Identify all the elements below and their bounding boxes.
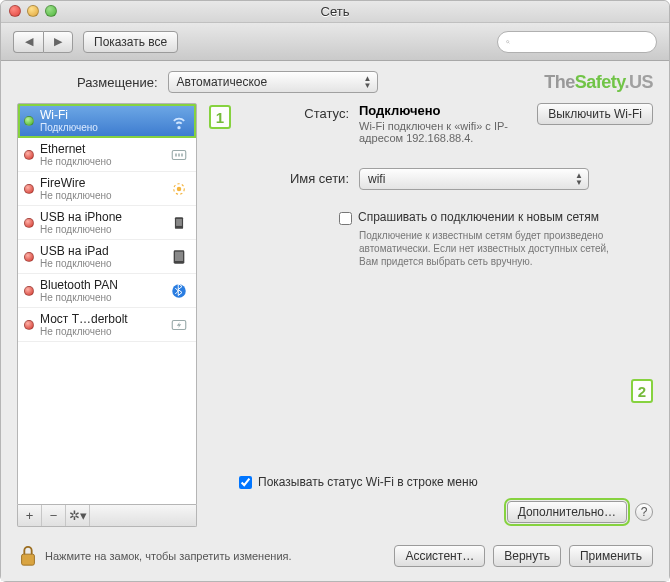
sidebar-item-thunderbolt[interactable]: Мост T…derbolt Не подключено — [18, 308, 196, 342]
assistant-button[interactable]: Ассистент… — [394, 545, 485, 567]
location-row: Размещение: Автоматическое ▲▼ TheSafety.… — [77, 71, 653, 93]
advanced-button[interactable]: Дополнительно… — [507, 501, 627, 523]
main-row: Wi-Fi Подключено Ethernet Не подключено — [17, 103, 653, 527]
chevron-updown-icon: ▲▼ — [575, 172, 583, 186]
callout-2: 2 — [631, 379, 653, 403]
minimize-icon[interactable] — [27, 5, 39, 17]
network-prefs-window: Сеть ◀ ▶ Показать все Размещение: Автома… — [0, 0, 670, 582]
bluetooth-icon — [168, 280, 190, 302]
interface-list: Wi-Fi Подключено Ethernet Не подключено — [17, 103, 197, 505]
titlebar: Сеть — [1, 1, 669, 23]
sidebar-item-name: Мост T…derbolt — [40, 312, 162, 326]
content-area: Размещение: Автоматическое ▲▼ TheSafety.… — [1, 61, 669, 581]
network-name-select[interactable]: wifi ▲▼ — [359, 168, 589, 190]
status-dot-icon — [24, 218, 34, 228]
location-select[interactable]: Автоматическое ▲▼ — [168, 71, 378, 93]
show-status-checkbox[interactable] — [239, 476, 252, 489]
traffic-lights — [9, 5, 57, 17]
sidebar-item-status: Подключено — [40, 122, 162, 133]
help-button[interactable]: ? — [635, 503, 653, 521]
lock-area[interactable]: Нажмите на замок, чтобы запретить измене… — [17, 543, 292, 569]
sidebar-item-name: Bluetooth PAN — [40, 278, 162, 292]
svg-point-9 — [172, 284, 186, 298]
sidebar-item-name: Ethernet — [40, 142, 162, 156]
sidebar-item-status: Не подключено — [40, 292, 162, 303]
ipad-icon — [168, 246, 190, 268]
svg-rect-11 — [22, 554, 35, 565]
sidebar-item-firewire[interactable]: FireWire Не подключено — [18, 172, 196, 206]
show-status-label: Показывать статус Wi-Fi в строке меню — [258, 475, 478, 489]
window-title: Сеть — [321, 4, 350, 19]
sidebar-item-ipad[interactable]: USB на iPad Не подключено — [18, 240, 196, 274]
svg-line-1 — [509, 42, 510, 43]
status-dot-icon — [24, 116, 34, 126]
footer: Нажмите на замок, чтобы запретить измене… — [17, 533, 653, 569]
svg-point-0 — [507, 40, 509, 42]
lock-text: Нажмите на замок, чтобы запретить измене… — [45, 550, 292, 562]
wifi-icon — [168, 110, 190, 132]
ask-join-checkbox[interactable] — [339, 212, 352, 225]
thunderbolt-icon — [168, 314, 190, 336]
revert-button[interactable]: Вернуть — [493, 545, 561, 567]
add-interface-button[interactable]: + — [18, 505, 42, 526]
status-dot-icon — [24, 320, 34, 330]
search-icon — [506, 36, 510, 48]
remove-interface-button[interactable]: − — [42, 505, 66, 526]
sidebar-item-wifi[interactable]: Wi-Fi Подключено — [18, 104, 196, 138]
brand-logo: TheSafety.US — [544, 72, 653, 93]
ask-join-subtext: Подключение к известным сетям будет прои… — [359, 229, 609, 268]
toolbar: ◀ ▶ Показать все — [1, 23, 669, 61]
sidebar-item-status: Не подключено — [40, 258, 162, 269]
details-panel: 1 Статус: Подключено Wi-Fi подключен к «… — [209, 103, 653, 527]
network-name-value: wifi — [368, 172, 385, 186]
sidebar: Wi-Fi Подключено Ethernet Не подключено — [17, 103, 197, 527]
sidebar-item-name: Wi-Fi — [40, 108, 162, 122]
lock-icon — [17, 543, 39, 569]
status-dot-icon — [24, 184, 34, 194]
svg-rect-6 — [176, 218, 182, 225]
sidebar-item-status: Не подключено — [40, 326, 162, 337]
location-value: Автоматическое — [177, 75, 268, 89]
status-dot-icon — [24, 150, 34, 160]
svg-rect-8 — [175, 251, 183, 260]
forward-button[interactable]: ▶ — [43, 31, 73, 53]
ethernet-icon — [168, 144, 190, 166]
sidebar-item-name: USB на iPhone — [40, 210, 162, 224]
list-footer: + − ✲▾ — [17, 505, 197, 527]
status-label: Статус: — [239, 103, 359, 121]
zoom-icon[interactable] — [45, 5, 57, 17]
sidebar-item-name: FireWire — [40, 176, 162, 190]
chevron-updown-icon: ▲▼ — [364, 75, 372, 89]
sidebar-item-name: USB на iPad — [40, 244, 162, 258]
firewire-icon — [168, 178, 190, 200]
iphone-icon — [168, 212, 190, 234]
network-name-label: Имя сети: — [239, 168, 359, 186]
close-icon[interactable] — [9, 5, 21, 17]
status-dot-icon — [24, 286, 34, 296]
location-label: Размещение: — [77, 75, 158, 90]
nav-buttons: ◀ ▶ — [13, 31, 73, 53]
turn-off-wifi-button[interactable]: Выключить Wi-Fi — [537, 103, 653, 125]
ask-join-label: Спрашивать о подключении к новым сетям — [358, 210, 599, 224]
apply-button[interactable]: Применить — [569, 545, 653, 567]
sidebar-item-status: Не подключено — [40, 224, 162, 235]
action-menu-button[interactable]: ✲▾ — [66, 505, 90, 526]
sidebar-item-ethernet[interactable]: Ethernet Не подключено — [18, 138, 196, 172]
status-subtext: Wi-Fi подключен к «wifi» с IP-адресом 19… — [359, 120, 529, 144]
callout-1: 1 — [209, 105, 231, 129]
sidebar-item-bluetooth[interactable]: Bluetooth PAN Не подключено — [18, 274, 196, 308]
search-input[interactable] — [514, 35, 648, 49]
svg-point-3 — [177, 186, 182, 191]
sidebar-item-status: Не подключено — [40, 190, 162, 201]
show-all-button[interactable]: Показать все — [83, 31, 178, 53]
sidebar-item-iphone[interactable]: USB на iPhone Не подключено — [18, 206, 196, 240]
status-value: Подключено — [359, 103, 440, 118]
sidebar-item-status: Не подключено — [40, 156, 162, 167]
back-button[interactable]: ◀ — [13, 31, 43, 53]
status-dot-icon — [24, 252, 34, 262]
search-field[interactable] — [497, 31, 657, 53]
